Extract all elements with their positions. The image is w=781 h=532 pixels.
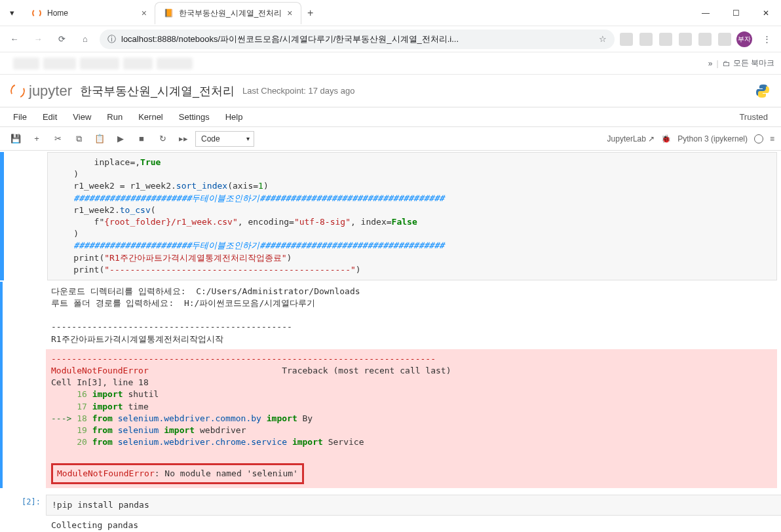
tab-dropdown[interactable]: ▾	[0, 8, 24, 18]
cell-type-select[interactable]: Code	[195, 131, 254, 147]
paste-button[interactable]: 📋	[90, 130, 109, 148]
profile-avatar[interactable]: 부자	[736, 31, 752, 47]
save-button[interactable]: 💾	[7, 130, 25, 148]
minimize-button[interactable]: —	[691, 3, 721, 24]
bookmark-star-icon[interactable]: ☆	[599, 34, 607, 44]
bookmark-bar: » | 🗀 모든 북마크	[0, 52, 781, 75]
run-button[interactable]: ▶	[111, 130, 130, 148]
menu-button[interactable]: ⋮	[757, 30, 776, 48]
python-logo-icon	[755, 83, 771, 99]
debug-icon[interactable]: 🐞	[661, 134, 671, 143]
cell-selection-bar[interactable]	[0, 282, 3, 488]
home-button[interactable]: ⌂	[76, 30, 94, 48]
notebook-name[interactable]: 한국부동산원_시계열_전처리	[80, 83, 235, 99]
output-prompt	[4, 282, 46, 488]
stop-button[interactable]: ■	[132, 130, 151, 148]
browser-titlebar: ▾ Home × 📙 한국부동산원_시계열_전처리 × + — ☐ ✕	[0, 0, 781, 26]
cell-selection-bar[interactable]	[0, 495, 3, 532]
menu-edit[interactable]: Edit	[36, 109, 64, 124]
kernel-name[interactable]: Python 3 (ipykernel)	[677, 134, 748, 143]
all-bookmarks[interactable]: 🗀 모든 북마크	[723, 58, 774, 69]
kernel-status-icon[interactable]	[754, 134, 763, 143]
close-window-button[interactable]: ✕	[751, 3, 781, 24]
new-tab-button[interactable]: +	[301, 4, 320, 22]
toolbar: 💾 + ✂ ⧉ 📋 ▶ ■ ↻ ▸▸ Code JupyterLab ↗ 🐞 P…	[0, 127, 781, 151]
run-all-button[interactable]: ▸▸	[174, 130, 193, 148]
cut-button[interactable]: ✂	[48, 130, 67, 148]
cell-prompt	[5, 152, 47, 280]
restart-button[interactable]: ↻	[153, 130, 172, 148]
folder-icon: 🗀	[723, 59, 731, 68]
tab-home[interactable]: Home ×	[24, 2, 155, 24]
url-text: localhost:8888/notebooks/파이썬코드모음/시계열다루기/…	[121, 33, 594, 45]
toolbar-menu-icon[interactable]: ≡	[770, 134, 774, 143]
cell-prompt: [2]:	[4, 495, 46, 532]
notebook-area[interactable]: inplace=,True ) r1_week2 = r1_week2.sort…	[0, 151, 781, 532]
address-bar: ← → ⟳ ⌂ ⓘ localhost:8888/notebooks/파이썬코드…	[0, 26, 781, 52]
extension-icon[interactable]	[659, 33, 672, 46]
close-icon[interactable]: ×	[142, 8, 147, 18]
extension-icon[interactable]	[698, 33, 712, 46]
tab-label: Home	[47, 9, 68, 18]
extensions	[620, 33, 731, 46]
error-output: ----------------------------------------…	[46, 349, 777, 488]
code-cell[interactable]: [2]: !pip install pandas Collecting pand…	[0, 495, 777, 532]
output-cell: 다운로드 디렉터리를 입력하세요: C:/Users/Administrator…	[0, 282, 777, 488]
tab-notebook[interactable]: 📙 한국부동산원_시계열_전처리 ×	[155, 2, 301, 24]
forward-button[interactable]: →	[29, 30, 47, 48]
reload-button[interactable]: ⟳	[52, 30, 71, 48]
menu-run[interactable]: Run	[100, 109, 129, 124]
cell-selection-bar[interactable]	[0, 152, 4, 280]
close-icon[interactable]: ×	[287, 8, 292, 18]
stdout-output: Collecting pandas Downloading pandas-2.2…	[46, 516, 781, 532]
maximize-button[interactable]: ☐	[721, 3, 751, 24]
site-info-icon[interactable]: ⓘ	[107, 33, 116, 45]
menubar: File Edit View Run Kernel Settings Help …	[0, 107, 781, 127]
jupyter-logo[interactable]: jupyter	[10, 83, 72, 100]
menu-view[interactable]: View	[66, 109, 98, 124]
notebook-favicon: 📙	[163, 8, 174, 18]
jupyterlab-link[interactable]: JupyterLab ↗	[607, 134, 655, 143]
window-controls: — ☐ ✕	[691, 3, 781, 24]
insert-cell-button[interactable]: +	[28, 130, 46, 148]
menu-file[interactable]: File	[7, 109, 33, 124]
bookmarks-overflow[interactable]: »	[708, 59, 713, 68]
trusted-indicator[interactable]: Trusted	[733, 109, 774, 124]
menu-kernel[interactable]: Kernel	[132, 109, 170, 124]
stdout-output: 다운로드 디렉터리를 입력하세요: C:/Users/Administrator…	[46, 282, 777, 349]
extension-icon[interactable]	[679, 33, 692, 46]
code-editor[interactable]: inplace=,True ) r1_week2 = r1_week2.sort…	[47, 152, 777, 280]
code-editor[interactable]: !pip install pandas	[46, 495, 781, 516]
jupyter-favicon	[31, 8, 42, 18]
jupyter-logo-icon	[9, 81, 27, 100]
extension-icon[interactable]	[718, 33, 731, 46]
url-input[interactable]: ⓘ localhost:8888/notebooks/파이썬코드모음/시계열다루…	[100, 29, 615, 49]
extension-icon[interactable]	[620, 33, 633, 46]
menu-help[interactable]: Help	[219, 109, 250, 124]
copy-button[interactable]: ⧉	[69, 130, 88, 148]
back-button[interactable]: ←	[5, 30, 24, 48]
checkpoint-text: Last Checkpoint: 17 days ago	[242, 86, 354, 96]
menu-settings[interactable]: Settings	[172, 109, 216, 124]
tab-label: 한국부동산원_시계열_전처리	[179, 8, 282, 19]
jupyter-header: jupyter 한국부동산원_시계열_전처리 Last Checkpoint: …	[0, 75, 781, 107]
extension-icon[interactable]	[639, 33, 653, 46]
code-cell[interactable]: inplace=,True ) r1_week2 = r1_week2.sort…	[0, 152, 777, 280]
